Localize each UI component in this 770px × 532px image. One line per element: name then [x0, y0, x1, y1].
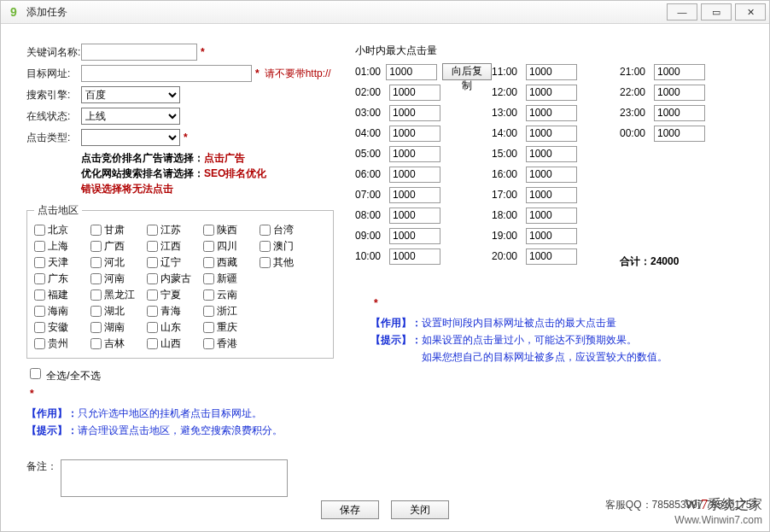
- region-checkbox[interactable]: [90, 306, 102, 317]
- close-button[interactable]: ✕: [735, 3, 766, 20]
- region-item[interactable]: 河北: [90, 255, 143, 270]
- hourly-value-input[interactable]: [389, 85, 440, 101]
- region-checkbox[interactable]: [34, 289, 45, 301]
- region-item[interactable]: 甘肃: [90, 223, 143, 237]
- engine-select[interactable]: 百度: [81, 86, 180, 103]
- hourly-value-input[interactable]: [389, 146, 440, 162]
- close-dialog-button[interactable]: 关闭: [391, 500, 449, 519]
- region-checkbox[interactable]: [260, 241, 271, 252]
- region-checkbox[interactable]: [203, 306, 214, 317]
- region-item[interactable]: 江西: [147, 239, 200, 254]
- hourly-value-input[interactable]: [654, 64, 705, 80]
- region-item[interactable]: 台湾: [260, 223, 312, 237]
- region-item[interactable]: 吉林: [90, 336, 143, 351]
- region-item[interactable]: 贵州: [34, 336, 87, 351]
- region-item[interactable]: 天津: [34, 255, 87, 270]
- hourly-value-input[interactable]: [386, 64, 437, 80]
- region-checkbox[interactable]: [34, 322, 45, 333]
- region-item[interactable]: 云南: [203, 288, 256, 302]
- region-item[interactable]: 山东: [147, 320, 200, 335]
- region-checkbox[interactable]: [34, 273, 45, 284]
- region-item[interactable]: 江苏: [147, 223, 200, 237]
- hourly-value-input[interactable]: [654, 105, 705, 121]
- region-item[interactable]: 陕西: [203, 223, 256, 237]
- save-button[interactable]: 保存: [321, 500, 379, 519]
- region-item[interactable]: 澳门: [260, 239, 312, 254]
- region-checkbox[interactable]: [203, 225, 214, 236]
- hourly-value-input[interactable]: [526, 167, 577, 183]
- region-checkbox[interactable]: [147, 273, 158, 284]
- region-item[interactable]: 内蒙古: [147, 272, 200, 286]
- region-item[interactable]: 香港: [203, 336, 256, 351]
- hourly-value-input[interactable]: [389, 248, 440, 265]
- clicktype-select[interactable]: [81, 129, 180, 146]
- hourly-value-input[interactable]: [526, 85, 577, 101]
- hourly-value-input[interactable]: [526, 187, 577, 203]
- region-item[interactable]: 山西: [147, 336, 200, 351]
- region-item[interactable]: 新疆: [203, 272, 256, 286]
- region-checkbox[interactable]: [203, 338, 214, 349]
- region-checkbox[interactable]: [147, 322, 158, 333]
- region-item[interactable]: 北京: [34, 223, 87, 237]
- keyword-input[interactable]: [81, 44, 197, 61]
- region-checkbox[interactable]: [90, 225, 102, 236]
- region-checkbox[interactable]: [203, 322, 214, 333]
- hourly-value-input[interactable]: [389, 105, 440, 121]
- hourly-value-input[interactable]: [526, 126, 577, 142]
- region-checkbox[interactable]: [147, 289, 158, 301]
- region-item[interactable]: 湖南: [90, 320, 143, 335]
- region-checkbox[interactable]: [34, 338, 45, 349]
- select-all-checkbox[interactable]: [30, 368, 41, 379]
- status-select[interactable]: 上线: [81, 108, 180, 125]
- region-item[interactable]: 辽宁: [147, 255, 200, 270]
- region-item[interactable]: 广东: [34, 272, 87, 286]
- hourly-value-input[interactable]: [526, 105, 577, 121]
- region-checkbox[interactable]: [147, 225, 158, 236]
- copy-after-button[interactable]: 向后复制: [442, 63, 492, 80]
- hourly-value-input[interactable]: [526, 208, 577, 224]
- region-checkbox[interactable]: [90, 289, 102, 301]
- region-checkbox[interactable]: [147, 338, 158, 349]
- region-checkbox[interactable]: [147, 306, 158, 317]
- region-checkbox[interactable]: [147, 257, 158, 268]
- region-checkbox[interactable]: [90, 273, 102, 284]
- region-checkbox[interactable]: [90, 322, 102, 333]
- hourly-value-input[interactable]: [389, 187, 440, 203]
- region-checkbox[interactable]: [34, 241, 45, 252]
- region-checkbox[interactable]: [260, 225, 271, 236]
- region-item[interactable]: 海南: [34, 304, 87, 319]
- region-item[interactable]: 上海: [34, 239, 87, 254]
- hourly-value-input[interactable]: [526, 228, 577, 244]
- hourly-value-input[interactable]: [389, 167, 440, 183]
- region-item[interactable]: 青海: [147, 304, 200, 319]
- hourly-value-input[interactable]: [389, 228, 440, 244]
- region-checkbox[interactable]: [34, 225, 45, 236]
- region-item[interactable]: 广西: [90, 239, 143, 254]
- region-item[interactable]: 其他: [260, 255, 312, 270]
- region-checkbox[interactable]: [34, 306, 45, 317]
- region-checkbox[interactable]: [203, 241, 214, 252]
- region-item[interactable]: 四川: [203, 239, 256, 254]
- hourly-value-input[interactable]: [526, 248, 577, 265]
- region-checkbox[interactable]: [90, 338, 102, 349]
- select-all-row[interactable]: 全选/全不选: [26, 365, 101, 383]
- region-checkbox[interactable]: [90, 257, 102, 268]
- hourly-value-input[interactable]: [654, 126, 705, 142]
- hourly-value-input[interactable]: [526, 146, 577, 162]
- region-checkbox[interactable]: [203, 273, 214, 284]
- hourly-value-input[interactable]: [389, 208, 440, 224]
- region-item[interactable]: 西藏: [203, 255, 256, 270]
- region-item[interactable]: 湖北: [90, 304, 143, 319]
- region-item[interactable]: 黑龙江: [90, 288, 143, 302]
- region-item[interactable]: 福建: [34, 288, 87, 302]
- region-item[interactable]: 河南: [90, 272, 143, 286]
- region-item[interactable]: 重庆: [203, 320, 256, 335]
- remark-input[interactable]: [61, 459, 288, 497]
- region-checkbox[interactable]: [147, 241, 158, 252]
- region-item[interactable]: 浙江: [203, 304, 256, 319]
- region-checkbox[interactable]: [203, 289, 214, 301]
- hourly-value-input[interactable]: [526, 64, 577, 80]
- maximize-button[interactable]: ▭: [701, 3, 732, 20]
- region-checkbox[interactable]: [260, 257, 271, 268]
- minimize-button[interactable]: —: [667, 3, 697, 20]
